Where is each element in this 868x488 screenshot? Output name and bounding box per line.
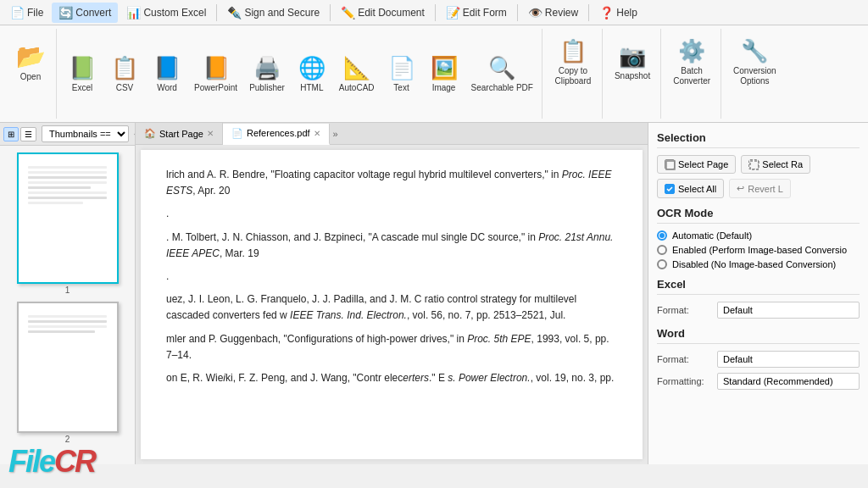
tab-nav-arrow[interactable]: » — [330, 129, 342, 139]
ocr-section: OCR Mode Automatic (Default) Enabled (Pe… — [657, 207, 860, 269]
clipboard-icon: 📋 — [559, 38, 587, 64]
ribbon-group-open: 📂 Open — [5, 29, 57, 119]
file-icon: 📄 — [10, 6, 25, 19]
open-button[interactable]: 📂 Open — [10, 29, 51, 95]
svg-rect-0 — [666, 161, 675, 169]
snapshot-icon: 📷 — [619, 43, 646, 69]
excel-format-input[interactable] — [717, 302, 860, 319]
word-section: Word Format: Formatting: — [657, 327, 860, 390]
select-page-button[interactable]: Select Page — [657, 155, 736, 174]
edit-doc-icon: ✏️ — [341, 6, 355, 19]
tab-start-page[interactable]: 🏠 Start Page ✕ — [136, 123, 223, 144]
select-ra-checkbox — [748, 159, 759, 169]
excel-format-row: Format: — [657, 302, 860, 319]
select-ra-button[interactable]: Select Ra — [741, 155, 810, 174]
menu-review[interactable]: 👁️ Review — [521, 3, 585, 23]
select-all-button[interactable]: Select All — [657, 179, 724, 198]
close-refs-tab[interactable]: ✕ — [314, 129, 320, 138]
list-view-btn[interactable]: ☰ — [20, 127, 36, 141]
separator-2 — [330, 4, 331, 21]
selection-buttons-2: Select All ↩ Revert L — [657, 179, 860, 198]
thumbnail-image-2 — [17, 302, 119, 433]
menu-edit-document[interactable]: ✏️ Edit Document — [334, 3, 431, 23]
ocr-enabled-option[interactable]: Enabled (Perform Image-based Conversio — [657, 245, 860, 255]
doc-para-7: on E, R. Wieiki, F. Z. Peng, and J. Wang… — [166, 370, 617, 386]
separator-1 — [216, 4, 217, 21]
excel-button[interactable]: 📗 Excel — [62, 44, 103, 103]
word-format-row: Format: — [657, 351, 860, 368]
conversion-options-button[interactable]: 🔧 ConversionOptions — [728, 29, 782, 95]
help-icon: ❓ — [599, 6, 614, 19]
revert-icon: ↩ — [737, 183, 744, 194]
doc-para-5: uez, J. I. Leon, L. G. Franquelo, J. J. … — [166, 291, 617, 324]
tab-pdf-icon: 📄 — [231, 128, 243, 139]
ribbon-group-formats: 📗 Excel 📋 CSV 📘 Word 📙 PowerPoint 🖨️ Pub… — [58, 29, 542, 119]
doc-content: lrich and A. R. Bendre, "Floating capaci… — [141, 150, 643, 459]
view-toggle: ⊞ ☰ — [3, 127, 36, 141]
copy-clipboard-button[interactable]: 📋 Copy toClipboard — [549, 29, 597, 95]
csv-button[interactable]: 📋 CSV — [104, 44, 145, 103]
open-icon: 📂 — [16, 42, 46, 70]
thumbnail-item-2[interactable]: 2 — [17, 302, 119, 444]
close-start-tab[interactable]: ✕ — [207, 129, 214, 138]
word-format-input[interactable] — [717, 351, 860, 368]
revert-l-button[interactable]: ↩ Revert L — [729, 179, 791, 198]
thumbnails-area: 1 2 — [0, 146, 135, 464]
word-button[interactable]: 📘 Word — [147, 44, 187, 103]
menu-custom-excel[interactable]: 📊 Custom Excel — [120, 3, 213, 23]
center-panel: 🏠 Start Page ✕ 📄 References.pdf ✕ » lric… — [136, 123, 648, 464]
publisher-icon: 🖨️ — [253, 55, 281, 81]
tab-references-pdf[interactable]: 📄 References.pdf ✕ — [223, 124, 330, 145]
autocad-button[interactable]: 📐 AutoCAD — [334, 44, 380, 103]
image-button[interactable]: 🖼️ Image — [424, 44, 465, 103]
menu-help[interactable]: ❓ Help — [593, 3, 644, 23]
word-icon: 📘 — [153, 55, 181, 81]
thumbnail-image-1 — [17, 152, 119, 284]
menu-sign-secure[interactable]: ✒️ Sign and Secure — [220, 3, 326, 23]
menu-convert[interactable]: 🔄 Convert — [52, 3, 118, 23]
batch-icon: ⚙️ — [678, 38, 705, 64]
ocr-auto-radio — [657, 230, 667, 241]
right-panel: Selection Select Page Select Ra Select — [648, 123, 868, 464]
csv-icon: 📋 — [111, 55, 138, 81]
options-icon: 🔧 — [741, 38, 768, 64]
menu-edit-form[interactable]: 📝 Edit Form — [439, 3, 514, 23]
tab-start-page-icon: 🏠 — [144, 128, 156, 139]
ribbon-group-options: 🔧 ConversionOptions — [723, 29, 787, 119]
doc-para-1: lrich and A. R. Bendre, "Floating capaci… — [166, 167, 617, 199]
searchable-pdf-button[interactable]: 🔍 Searchable PDF — [466, 44, 538, 103]
doc-para-4: . — [166, 269, 617, 285]
powerpoint-button[interactable]: 📙 PowerPoint — [189, 44, 242, 103]
batch-converter-button[interactable]: ⚙️ BatchConverter — [668, 29, 715, 95]
ribbon-group-clipboard: 📋 Copy toClipboard — [544, 29, 603, 119]
review-icon: 👁️ — [528, 6, 542, 19]
publisher-button[interactable]: 🖨️ Publisher — [244, 44, 290, 103]
autocad-icon: 📐 — [343, 55, 370, 81]
menu-file[interactable]: 📄 File — [3, 3, 50, 23]
svg-rect-1 — [750, 161, 759, 169]
searchable-pdf-icon: 🔍 — [488, 55, 515, 81]
edit-form-icon: 📝 — [446, 6, 460, 19]
doc-tabs: 🏠 Start Page ✕ 📄 References.pdf ✕ » — [136, 123, 648, 145]
ocr-auto-option[interactable]: Automatic (Default) — [657, 230, 860, 241]
text-button[interactable]: 📄 Text — [381, 44, 422, 103]
panel-view-select[interactable]: Thumbnails == Bookmarks Layers — [42, 125, 129, 142]
html-button[interactable]: 🌐 HTML — [292, 44, 332, 103]
separator-3 — [435, 4, 436, 21]
ribbon-group-snapshot: 📷 Snapshot — [604, 29, 661, 119]
doc-para-2: . — [166, 206, 617, 222]
ppt-icon: 📙 — [203, 55, 230, 81]
word-formatting-input[interactable] — [717, 373, 860, 390]
convert-icon: 🔄 — [58, 6, 73, 19]
excel-section-title: Excel — [657, 278, 860, 295]
panel-toolbar: ⊞ ☰ Thumbnails == Bookmarks Layers « — [0, 123, 135, 146]
ocr-disabled-radio — [657, 259, 667, 269]
thumbnail-item[interactable]: 1 — [17, 152, 119, 295]
snapshot-button[interactable]: 📷 Snapshot — [609, 29, 655, 95]
ocr-disabled-option[interactable]: Disabled (No Image-based Conversion) — [657, 259, 860, 269]
ribbon-group-batch: ⚙️ BatchConverter — [663, 29, 721, 119]
image-icon: 🖼️ — [431, 55, 458, 81]
grid-view-btn[interactable]: ⊞ — [3, 127, 19, 141]
select-all-checkbox — [665, 184, 675, 194]
sign-icon: ✒️ — [227, 6, 242, 19]
